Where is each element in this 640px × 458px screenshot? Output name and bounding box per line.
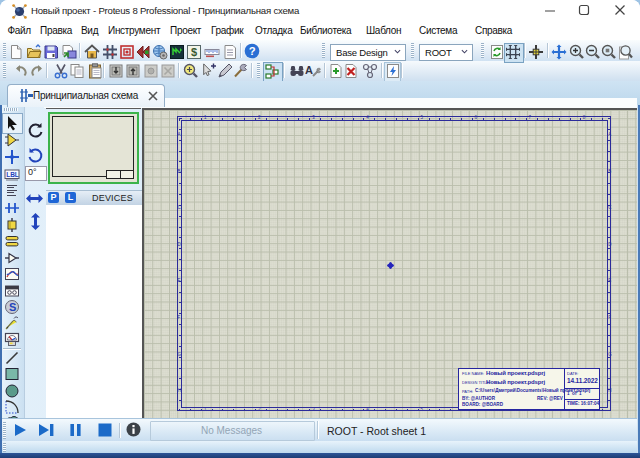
svg-text:?: ? xyxy=(249,45,256,57)
svg-text:$: $ xyxy=(191,46,197,58)
svg-text:A: A xyxy=(305,64,313,76)
svg-text:LBL: LBL xyxy=(6,171,19,178)
svg-text:S: S xyxy=(9,301,16,313)
